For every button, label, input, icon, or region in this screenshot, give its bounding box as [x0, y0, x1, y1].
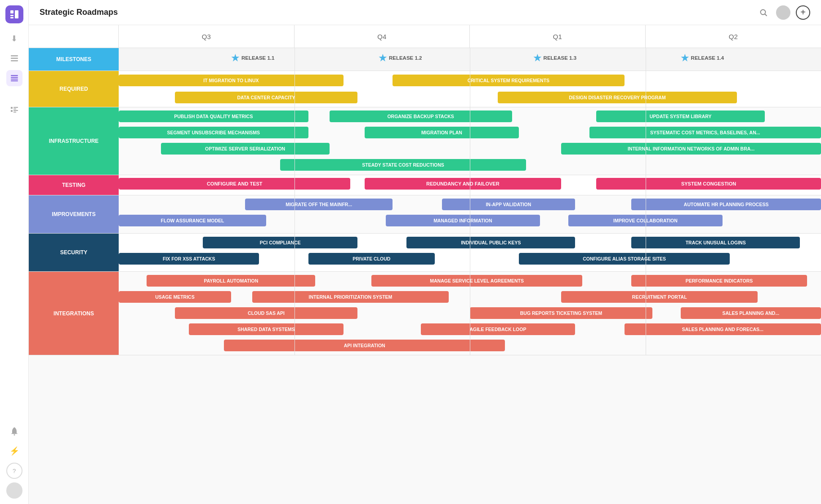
bar-bug-reports[interactable]: BUG REPORTS TICKETING SYSTEM [470, 307, 652, 319]
bar-in-app[interactable]: IN-APP VALIDATION [442, 199, 576, 210]
bar-automate-hr[interactable]: AUTOMATE HR PLANNING PROCESS [631, 199, 821, 210]
bar-systematic-cost[interactable]: SYSTEMATIC COST METRICS, BASELINES, AN..… [589, 127, 821, 138]
label-milestones: MILESTONES [29, 48, 119, 71]
app-logo[interactable] [5, 5, 23, 23]
user-avatar[interactable] [776, 5, 790, 20]
svg-rect-10 [11, 80, 18, 81]
bar-agile-feedback[interactable]: AGILE FEEDBACK LOOP [421, 323, 576, 335]
bar-publish-data[interactable]: PUBLISH DATA QUALITY METRICS [119, 111, 308, 122]
star-icon-1: ★ [231, 53, 239, 63]
milestone-4: ★ RELEASE 1.4 [681, 53, 724, 63]
search-button[interactable] [756, 5, 771, 20]
milestone-2: ★ RELEASE 1.2 [379, 53, 422, 63]
bar-design-disaster[interactable]: DESIGN DISASTER RECOVERY PROGRAM [498, 92, 736, 103]
bar-api-integration[interactable]: API INTEGRATION [224, 340, 505, 351]
bar-steady-state[interactable]: STEADY STATE COST REDUCTIONS [280, 159, 526, 171]
bar-sales-planning-1[interactable]: SALES PLANNING AND... [681, 307, 821, 319]
bar-private-cloud[interactable]: PRIVATE CLOUD [308, 253, 435, 265]
bar-shared-data[interactable]: SHARED DATA SYSTEMS [189, 323, 344, 335]
bar-organize-backup[interactable]: ORGANIZE BACKUP STACKS [330, 111, 512, 122]
star-icon-3: ★ [533, 53, 541, 63]
bar-system-congestion[interactable]: SYSTEM CONGESTION [596, 178, 821, 190]
label-required: REQUIRED [29, 71, 119, 107]
bar-fix-xss[interactable]: FIX FOR XSS ATTACKS [119, 253, 259, 265]
bar-migration-plan[interactable]: MIGRATION PLAN [365, 127, 519, 138]
add-button[interactable]: + [796, 5, 810, 20]
bar-recruitment[interactable]: RECRUITMENT PORTAL [561, 291, 758, 303]
quarter-q2: Q2 [646, 25, 821, 48]
bar-configure-alias[interactable]: CONFIGURE ALIAS STORAGE SITES [519, 253, 730, 265]
svg-rect-13 [13, 109, 16, 110]
svg-rect-9 [11, 79, 18, 80]
sidebar-user-avatar[interactable] [6, 482, 22, 499]
page-title: Strategic Roadmaps [40, 8, 751, 17]
bar-cloud-sas[interactable]: CLOUD SAS API [175, 307, 357, 319]
bar-sales-planning-2[interactable]: SALES PLANNING AND FORECAS... [625, 323, 821, 335]
label-infrastructure: INFRASTRUCTURE [29, 107, 119, 175]
bar-managed-info[interactable]: MANAGED INFORMATION [386, 215, 540, 226]
bar-migrate-off[interactable]: MIGRATE OFF THE MAINFR... [245, 199, 393, 210]
bar-redundancy[interactable]: REDUNDANCY AND FAILOVER [365, 178, 561, 190]
svg-rect-3 [15, 10, 18, 18]
required-section: REQUIRED IT MIGRATION TO LINUX CRITICAL … [29, 71, 821, 107]
bar-update-system[interactable]: UPDATE SYSTEM LIBRARY [596, 111, 765, 122]
svg-rect-12 [13, 107, 18, 108]
svg-point-18 [761, 9, 766, 14]
improvements-section: IMPROVEMENTS MIGRATE OFF THE MAINFR... I… [29, 195, 821, 234]
bar-internal-prior[interactable]: INTERNAL PRIORITIZATION SYSTEM [252, 291, 449, 303]
svg-rect-7 [11, 75, 18, 76]
testing-section: TESTING CONFIGURE AND TEST REDUNDANCY AN… [29, 175, 821, 195]
bar-usage-metrics[interactable]: USAGE METRICS [119, 291, 231, 303]
sidebar-help-icon[interactable]: ? [6, 463, 22, 479]
milestones-section: MILESTONES ★ RELEASE 1.1 ★ REL [29, 48, 821, 71]
quarter-q3: Q3 [119, 25, 294, 48]
svg-rect-0 [10, 10, 13, 13]
bar-track-logins[interactable]: TRACK UNUSUAL LOGINS [631, 237, 800, 248]
svg-rect-16 [13, 112, 16, 113]
integrations-section: INTEGRATIONS PAYROLL AUTOMATION MANAGE S… [29, 272, 821, 355]
label-testing: TESTING [29, 175, 119, 195]
bar-performance-ind[interactable]: PERFORMANCE INDICATORS [631, 275, 807, 287]
svg-point-17 [13, 434, 15, 436]
sidebar-download-icon[interactable]: ⬇ [6, 31, 22, 47]
bar-manage-sla[interactable]: MANAGE SERVICE LEVEL AGREEMENTS [371, 275, 582, 287]
bar-flow-assurance[interactable]: FLOW ASSURANCE MODEL [119, 215, 266, 226]
bar-configure-test[interactable]: CONFIGURE AND TEST [119, 178, 350, 190]
sidebar-bolt-icon[interactable]: ⚡ [6, 443, 22, 459]
sidebar-person-icon[interactable] [6, 102, 22, 119]
bar-optimize-server[interactable]: OPTIMIZE SERVER SERIALIZATION [161, 143, 330, 155]
milestone-1-label: RELEASE 1.1 [241, 55, 275, 61]
milestone-3: ★ RELEASE 1.3 [533, 53, 577, 63]
milestone-4-label: RELEASE 1.4 [691, 55, 724, 61]
main-content: Strategic Roadmaps + Q3 Q4 Q1 Q2 [29, 0, 821, 504]
svg-rect-5 [11, 58, 18, 59]
sidebar-list-icon[interactable] [6, 50, 22, 66]
bar-payroll[interactable]: PAYROLL AUTOMATION [147, 275, 315, 287]
bar-critical-system[interactable]: CRITICAL SYSTEM REQUIREMENTS [393, 75, 624, 86]
bar-internal-info[interactable]: INTERNAL INFORMATION NETWORKS OF ADMIN B… [561, 143, 821, 155]
sidebar-bell-icon[interactable] [6, 423, 22, 439]
milestone-3-label: RELEASE 1.3 [544, 55, 577, 61]
bar-individual-keys[interactable]: INDIVIDUAL PUBLIC KEYS [406, 237, 575, 248]
svg-line-19 [765, 14, 767, 16]
sidebar-roadmap-icon[interactable] [6, 70, 22, 86]
svg-rect-14 [11, 110, 13, 112]
bar-data-center[interactable]: DATA CENTER CAPACITY [175, 92, 357, 103]
label-security: SECURITY [29, 234, 119, 271]
svg-rect-4 [11, 55, 18, 57]
svg-rect-6 [11, 60, 18, 62]
infrastructure-section: INFRASTRUCTURE PUBLISH DATA QUALITY METR… [29, 107, 821, 175]
security-section: SECURITY PCI COMPLIANCE INDIVIDUAL PUBLI… [29, 234, 821, 272]
svg-rect-8 [11, 77, 18, 78]
roadmap-container[interactable]: Q3 Q4 Q1 Q2 MILESTONES ★ [29, 25, 821, 504]
bar-segment[interactable]: SEGMENT UNSUBSCRIBE MECHANISMS [119, 127, 308, 138]
label-improvements: IMPROVEMENTS [29, 195, 119, 233]
bar-it-migration[interactable]: IT MIGRATION TO LINUX [119, 75, 344, 86]
quarter-q4: Q4 [294, 25, 470, 48]
star-icon-2: ★ [379, 53, 387, 63]
star-icon-4: ★ [681, 53, 689, 63]
sidebar: ⬇ ⚡ ? [0, 0, 29, 504]
milestone-1: ★ RELEASE 1.1 [231, 53, 275, 63]
bar-pci[interactable]: PCI COMPLIANCE [203, 237, 357, 248]
svg-rect-2 [10, 17, 13, 18]
